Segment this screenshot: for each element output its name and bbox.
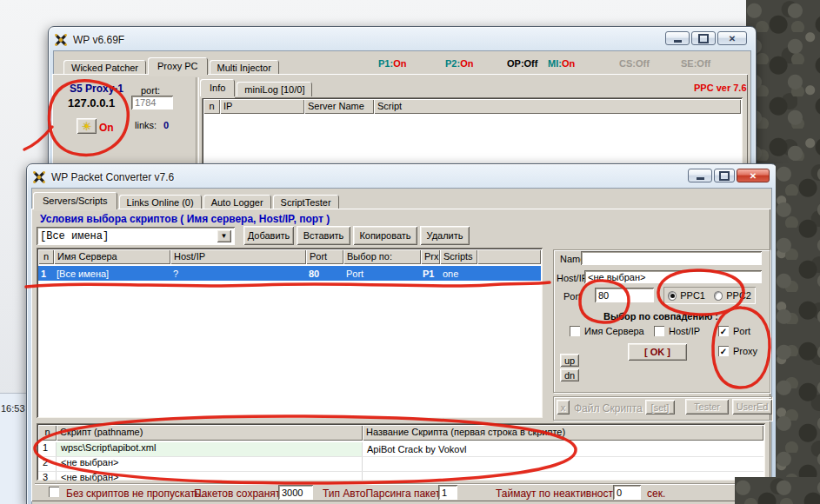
wp-window-title: WP v6.69F <box>73 34 124 46</box>
tab-auto-logger[interactable]: Auto Logger <box>203 195 271 209</box>
check-hostip[interactable]: Host/IP <box>654 326 700 336</box>
autoparse-input[interactable] <box>438 485 457 500</box>
ok-button[interactable]: [ OK ] <box>628 343 687 361</box>
ppc2-label: PPC2 <box>726 290 751 301</box>
wp-maximize-button[interactable] <box>691 31 716 45</box>
wpc-minimize-button[interactable] <box>688 169 712 182</box>
hostip-input[interactable] <box>584 270 762 283</box>
check-server-name[interactable]: Имя Сервера <box>570 326 644 336</box>
chevron-down-icon: ▼ <box>221 232 228 240</box>
script-x-button[interactable]: x <box>557 400 570 414</box>
ppc2-radio[interactable] <box>714 291 723 301</box>
server-name-combo[interactable]: [Все имена] ▼ <box>37 227 235 245</box>
wpc-window-title: WP Packet Converter v7.6 <box>51 171 174 183</box>
server-table-row-selected[interactable]: 1 [Все имена] ? 80 Port P1 one <box>38 266 541 281</box>
check-proxy[interactable]: ✓ Proxy <box>718 346 757 356</box>
timeout-input[interactable] <box>613 485 641 500</box>
insert-button[interactable]: Вставить <box>297 226 350 245</box>
combo-dropdown-button[interactable]: ▼ <box>217 229 231 242</box>
dn-button[interactable]: dn <box>560 368 579 381</box>
script-row-2[interactable]: 2 <не выбран> <box>38 457 763 472</box>
ppc1-radio[interactable] <box>668 291 677 301</box>
wp-app-icon <box>54 33 68 47</box>
skip-scripts-checkbox[interactable] <box>49 487 59 497</box>
combo-value: [Все имена] <box>40 230 217 242</box>
proxy-on-button[interactable]: ☀ <box>77 118 97 134</box>
tab-script-tester[interactable]: ScriptTester <box>273 195 339 209</box>
check-proxy-box[interactable]: ✓ <box>718 346 729 356</box>
wpc-app-icon <box>32 170 46 184</box>
check-hostip-box[interactable] <box>654 326 664 336</box>
script-row-1[interactable]: 1 wpsc\Script\apibot.xml ApiBot Crack by… <box>38 442 763 457</box>
port-input[interactable] <box>595 288 654 302</box>
desktop-texture-right <box>776 163 820 504</box>
check-server-name-box[interactable] <box>570 326 580 336</box>
script-row-3[interactable]: 3 <не выбран> <box>38 472 763 485</box>
desktop-texture-top-right <box>746 0 820 170</box>
wpc-close-button[interactable]: ✕ <box>737 169 770 182</box>
wp-close-button[interactable]: ✕ <box>717 31 747 45</box>
up-button[interactable]: up <box>560 354 579 367</box>
packets-input[interactable] <box>278 485 313 500</box>
sun-icon: ☀ <box>82 120 92 133</box>
proxy-port-input[interactable] <box>131 96 173 109</box>
check-port-box[interactable]: ✓ <box>718 326 729 336</box>
desktop: 16:53 WP v6.69F ✕ Wicked Patcher Proxy P… <box>0 0 820 504</box>
usered-button[interactable]: UserEd <box>732 399 772 414</box>
wp-minimize-button[interactable] <box>665 31 690 45</box>
wp-titlebar[interactable]: WP v6.69F <box>54 30 750 50</box>
name-input[interactable] <box>581 251 762 265</box>
wpc-titlebar[interactable]: WP Packet Converter v7.6 <box>32 168 771 187</box>
tab-servers-scripts[interactable]: Servers/Scripts <box>33 192 117 209</box>
tester-button[interactable]: Tester <box>685 399 729 414</box>
tab-links-online[interactable]: Links Online (0) <box>119 195 202 209</box>
desktop-texture-bottom-right <box>735 477 820 504</box>
set-button[interactable]: [set] <box>645 400 675 414</box>
wpc-maximize-button[interactable] <box>714 169 735 182</box>
delete-button[interactable]: Удалить <box>420 226 470 245</box>
clock: 16:53 <box>1 403 25 414</box>
ppc1-label: PPC1 <box>680 290 705 301</box>
check-port[interactable]: ✓ Port <box>718 326 750 336</box>
copy-button[interactable]: Копировать <box>353 226 417 245</box>
add-button[interactable]: Добавить <box>243 226 294 245</box>
ppc-radio-group: PPC1 PPC2 <box>663 287 756 304</box>
